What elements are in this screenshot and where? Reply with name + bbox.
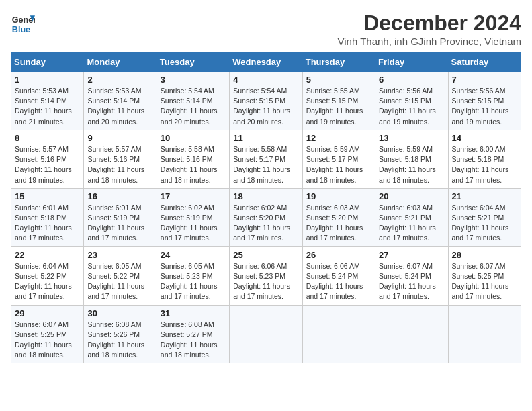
day-number: 19 bbox=[306, 191, 371, 201]
day-number: 11 bbox=[233, 133, 298, 143]
day-number: 4 bbox=[233, 75, 298, 85]
calendar-cell bbox=[448, 305, 521, 363]
calendar-cell: 10Sunrise: 5:58 AM Sunset: 5:16 PM Dayli… bbox=[157, 130, 229, 188]
svg-text:Blue: Blue bbox=[12, 25, 30, 34]
day-number: 6 bbox=[379, 75, 444, 85]
calendar-header-friday: Friday bbox=[375, 53, 448, 72]
calendar-cell: 21Sunrise: 6:04 AM Sunset: 5:21 PM Dayli… bbox=[448, 188, 521, 246]
day-info: Sunrise: 5:57 AM Sunset: 5:16 PM Dayligh… bbox=[15, 144, 80, 185]
calendar-cell: 9Sunrise: 5:57 AM Sunset: 5:16 PM Daylig… bbox=[84, 130, 157, 188]
day-number: 15 bbox=[15, 191, 80, 201]
day-info: Sunrise: 5:59 AM Sunset: 5:17 PM Dayligh… bbox=[306, 144, 371, 185]
day-number: 21 bbox=[452, 191, 517, 201]
calendar-cell: 18Sunrise: 6:02 AM Sunset: 5:20 PM Dayli… bbox=[230, 188, 302, 246]
calendar-table: SundayMondayTuesdayWednesdayThursdayFrid… bbox=[11, 52, 521, 363]
day-number: 3 bbox=[161, 75, 226, 85]
day-number: 26 bbox=[306, 250, 371, 260]
calendar-cell: 28Sunrise: 6:07 AM Sunset: 5:25 PM Dayli… bbox=[448, 246, 521, 305]
calendar-cell: 4Sunrise: 5:54 AM Sunset: 5:15 PM Daylig… bbox=[230, 72, 302, 130]
day-number: 30 bbox=[87, 308, 152, 318]
calendar-header-thursday: Thursday bbox=[302, 53, 375, 72]
day-number: 25 bbox=[233, 250, 298, 260]
day-info: Sunrise: 5:58 AM Sunset: 5:17 PM Dayligh… bbox=[233, 144, 298, 185]
calendar-cell: 2Sunrise: 5:53 AM Sunset: 5:14 PM Daylig… bbox=[84, 72, 157, 130]
day-info: Sunrise: 6:06 AM Sunset: 5:23 PM Dayligh… bbox=[233, 261, 298, 302]
day-number: 10 bbox=[161, 133, 226, 143]
day-number: 22 bbox=[15, 250, 80, 260]
day-number: 17 bbox=[161, 191, 226, 201]
calendar-cell: 7Sunrise: 5:56 AM Sunset: 5:15 PM Daylig… bbox=[448, 72, 521, 130]
calendar-cell bbox=[375, 305, 448, 363]
day-number: 12 bbox=[306, 133, 371, 143]
day-info: Sunrise: 5:55 AM Sunset: 5:15 PM Dayligh… bbox=[306, 86, 371, 127]
calendar-cell: 1Sunrise: 5:53 AM Sunset: 5:14 PM Daylig… bbox=[11, 72, 84, 130]
calendar-cell: 30Sunrise: 6:08 AM Sunset: 5:26 PM Dayli… bbox=[84, 305, 157, 363]
page-header: General Blue December 2024 Vinh Thanh, i… bbox=[11, 11, 521, 47]
day-info: Sunrise: 6:03 AM Sunset: 5:21 PM Dayligh… bbox=[379, 203, 444, 244]
day-info: Sunrise: 6:08 AM Sunset: 5:26 PM Dayligh… bbox=[87, 320, 152, 361]
calendar-cell: 26Sunrise: 6:06 AM Sunset: 5:24 PM Dayli… bbox=[302, 246, 375, 305]
calendar-cell: 11Sunrise: 5:58 AM Sunset: 5:17 PM Dayli… bbox=[230, 130, 302, 188]
day-info: Sunrise: 6:00 AM Sunset: 5:18 PM Dayligh… bbox=[452, 144, 517, 185]
calendar-cell: 15Sunrise: 6:01 AM Sunset: 5:18 PM Dayli… bbox=[11, 188, 84, 246]
calendar-header-saturday: Saturday bbox=[448, 53, 521, 72]
day-info: Sunrise: 5:59 AM Sunset: 5:18 PM Dayligh… bbox=[379, 144, 444, 185]
day-info: Sunrise: 6:03 AM Sunset: 5:20 PM Dayligh… bbox=[306, 203, 371, 244]
day-number: 14 bbox=[452, 133, 517, 143]
calendar-cell: 3Sunrise: 5:54 AM Sunset: 5:14 PM Daylig… bbox=[157, 72, 229, 130]
calendar-week-row: 22Sunrise: 6:04 AM Sunset: 5:22 PM Dayli… bbox=[11, 246, 521, 305]
calendar-cell: 24Sunrise: 6:05 AM Sunset: 5:23 PM Dayli… bbox=[157, 246, 229, 305]
day-info: Sunrise: 6:01 AM Sunset: 5:19 PM Dayligh… bbox=[87, 203, 152, 244]
day-info: Sunrise: 6:04 AM Sunset: 5:22 PM Dayligh… bbox=[15, 261, 80, 302]
calendar-cell: 29Sunrise: 6:07 AM Sunset: 5:25 PM Dayli… bbox=[11, 305, 84, 363]
day-info: Sunrise: 5:56 AM Sunset: 5:15 PM Dayligh… bbox=[379, 86, 444, 127]
day-info: Sunrise: 6:08 AM Sunset: 5:27 PM Dayligh… bbox=[161, 320, 226, 361]
day-number: 9 bbox=[87, 133, 152, 143]
day-number: 24 bbox=[161, 250, 226, 260]
calendar-week-row: 1Sunrise: 5:53 AM Sunset: 5:14 PM Daylig… bbox=[11, 72, 521, 130]
day-info: Sunrise: 6:02 AM Sunset: 5:20 PM Dayligh… bbox=[233, 203, 298, 244]
day-info: Sunrise: 6:04 AM Sunset: 5:21 PM Dayligh… bbox=[452, 203, 517, 244]
calendar-week-row: 15Sunrise: 6:01 AM Sunset: 5:18 PM Dayli… bbox=[11, 188, 521, 246]
day-info: Sunrise: 5:54 AM Sunset: 5:15 PM Dayligh… bbox=[233, 86, 298, 127]
day-number: 13 bbox=[379, 133, 444, 143]
calendar-header-tuesday: Tuesday bbox=[157, 53, 229, 72]
calendar-week-row: 29Sunrise: 6:07 AM Sunset: 5:25 PM Dayli… bbox=[11, 305, 521, 363]
calendar-header-wednesday: Wednesday bbox=[230, 53, 302, 72]
day-info: Sunrise: 5:57 AM Sunset: 5:16 PM Dayligh… bbox=[87, 144, 152, 185]
calendar-cell: 12Sunrise: 5:59 AM Sunset: 5:17 PM Dayli… bbox=[302, 130, 375, 188]
day-number: 29 bbox=[15, 308, 80, 318]
day-info: Sunrise: 6:06 AM Sunset: 5:24 PM Dayligh… bbox=[306, 261, 371, 302]
calendar-cell: 23Sunrise: 6:05 AM Sunset: 5:22 PM Dayli… bbox=[84, 246, 157, 305]
day-number: 18 bbox=[233, 191, 298, 201]
page-title: December 2024 bbox=[337, 11, 521, 36]
day-number: 5 bbox=[306, 75, 371, 85]
calendar-cell: 17Sunrise: 6:02 AM Sunset: 5:19 PM Dayli… bbox=[157, 188, 229, 246]
day-info: Sunrise: 5:58 AM Sunset: 5:16 PM Dayligh… bbox=[161, 144, 226, 185]
day-info: Sunrise: 6:05 AM Sunset: 5:22 PM Dayligh… bbox=[87, 261, 152, 302]
calendar-cell: 14Sunrise: 6:00 AM Sunset: 5:18 PM Dayli… bbox=[448, 130, 521, 188]
day-number: 31 bbox=[161, 308, 226, 318]
calendar-cell: 31Sunrise: 6:08 AM Sunset: 5:27 PM Dayli… bbox=[157, 305, 229, 363]
day-number: 27 bbox=[379, 250, 444, 260]
calendar-cell: 22Sunrise: 6:04 AM Sunset: 5:22 PM Dayli… bbox=[11, 246, 84, 305]
calendar-cell bbox=[230, 305, 302, 363]
calendar-cell: 19Sunrise: 6:03 AM Sunset: 5:20 PM Dayli… bbox=[302, 188, 375, 246]
calendar-cell: 25Sunrise: 6:06 AM Sunset: 5:23 PM Dayli… bbox=[230, 246, 302, 305]
day-number: 16 bbox=[87, 191, 152, 201]
logo: General Blue bbox=[11, 11, 35, 35]
day-number: 8 bbox=[15, 133, 80, 143]
day-info: Sunrise: 6:05 AM Sunset: 5:23 PM Dayligh… bbox=[161, 261, 226, 302]
calendar-cell: 6Sunrise: 5:56 AM Sunset: 5:15 PM Daylig… bbox=[375, 72, 448, 130]
calendar-cell: 13Sunrise: 5:59 AM Sunset: 5:18 PM Dayli… bbox=[375, 130, 448, 188]
day-number: 20 bbox=[379, 191, 444, 201]
day-info: Sunrise: 6:07 AM Sunset: 5:25 PM Dayligh… bbox=[15, 320, 80, 361]
day-info: Sunrise: 6:02 AM Sunset: 5:19 PM Dayligh… bbox=[161, 203, 226, 244]
calendar-header-monday: Monday bbox=[84, 53, 157, 72]
calendar-cell bbox=[302, 305, 375, 363]
page-subtitle: Vinh Thanh, inh GJinh Province, Vietnam bbox=[337, 36, 521, 47]
calendar-cell: 8Sunrise: 5:57 AM Sunset: 5:16 PM Daylig… bbox=[11, 130, 84, 188]
calendar-cell: 16Sunrise: 6:01 AM Sunset: 5:19 PM Dayli… bbox=[84, 188, 157, 246]
calendar-cell: 5Sunrise: 5:55 AM Sunset: 5:15 PM Daylig… bbox=[302, 72, 375, 130]
calendar-header-sunday: Sunday bbox=[11, 53, 84, 72]
